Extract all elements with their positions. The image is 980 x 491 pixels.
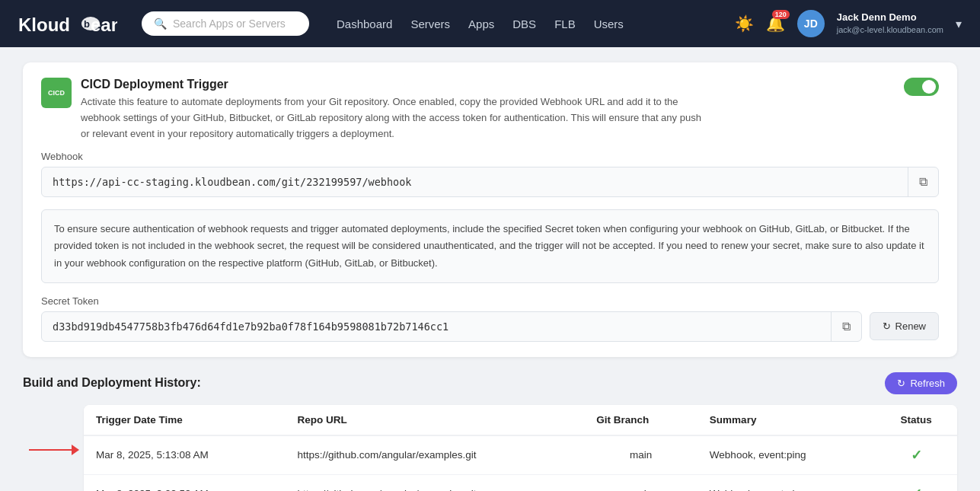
history-title: Build and Deployment History: — [23, 376, 201, 390]
table-row: Mar 8, 2025, 3:03:52 AMhttps://github.co… — [84, 474, 957, 491]
table-row: Mar 8, 2025, 5:13:08 AMhttps://github.co… — [84, 435, 957, 475]
td-summary: Webhook, event:ping — [697, 435, 875, 475]
cicd-description: Activate this feature to automate deploy… — [81, 94, 705, 142]
td-status: ✓ — [875, 474, 957, 491]
nav-links: Dashboard Servers Apps DBS FLB Users — [337, 14, 720, 33]
search-icon: 🔍 — [154, 18, 167, 30]
td-repo-url: https://github.com/angular/examples.git — [286, 474, 585, 491]
secret-copy-button[interactable]: ⧉ — [831, 312, 861, 341]
info-box: To ensure secure authentication of webho… — [41, 209, 939, 282]
nav-apps[interactable]: Apps — [468, 14, 494, 33]
history-table: Trigger Date Time Repo URL Git Branch Su… — [84, 405, 957, 491]
cicd-info: CICD Deployment Trigger Activate this fe… — [81, 78, 705, 142]
nav-servers[interactable]: Servers — [410, 14, 450, 33]
info-text: To ensure secure authentication of webho… — [54, 223, 924, 268]
th-summary: Summary — [697, 405, 875, 435]
webhook-input-row: ⧉ — [41, 167, 939, 197]
token-row: ⧉ ↻ Renew — [41, 311, 939, 342]
nav-dashboard[interactable]: Dashboard — [337, 14, 392, 33]
webhook-copy-button[interactable]: ⧉ — [908, 167, 938, 196]
secret-token-value[interactable] — [42, 313, 831, 340]
svg-text:ean: ean — [91, 14, 117, 35]
section-header: Build and Deployment History: ↻ Refresh — [23, 372, 957, 394]
th-repo-url: Repo URL — [286, 405, 585, 435]
history-table-wrapper: Trigger Date Time Repo URL Git Branch Su… — [23, 405, 957, 491]
table-body: Mar 8, 2025, 5:13:08 AMhttps://github.co… — [84, 435, 957, 491]
webhook-label: Webhook — [41, 151, 939, 162]
th-trigger-date: Trigger Date Time — [84, 405, 286, 435]
cicd-card: CICD CICD Deployment Trigger Activate th… — [23, 62, 957, 357]
nav-dbs[interactable]: DBS — [512, 14, 536, 33]
success-icon: ✓ — [911, 486, 922, 491]
cicd-title: CICD Deployment Trigger — [81, 78, 705, 91]
notifications-button[interactable]: 🔔 120 — [766, 14, 785, 33]
table-header: Trigger Date Time Repo URL Git Branch Su… — [84, 405, 957, 435]
cicd-header: CICD CICD Deployment Trigger Activate th… — [41, 78, 939, 142]
user-name: Jack Denn Demo — [837, 11, 943, 24]
refresh-icon: ↻ — [897, 378, 905, 389]
main-content: CICD CICD Deployment Trigger Activate th… — [0, 47, 980, 491]
renew-icon: ↻ — [883, 320, 891, 332]
arrow-head — [72, 445, 79, 455]
td-git-branch: main — [584, 474, 697, 491]
logo-icon: Kloud b ean — [18, 10, 117, 37]
nav-users[interactable]: Users — [594, 14, 624, 33]
search-bar[interactable]: 🔍 Search Apps or Servers — [142, 11, 309, 36]
avatar: JD — [797, 10, 825, 37]
navbar: Kloud b ean 🔍 Search Apps or Servers Das… — [0, 0, 980, 47]
theme-toggle-button[interactable]: ☀️ — [735, 14, 754, 33]
nav-right: ☀️ 🔔 120 JD Jack Denn Demo jack@c-level.… — [735, 10, 962, 37]
toggle-slider — [904, 78, 939, 96]
secret-token-field: Secret Token ⧉ ↻ Renew — [41, 295, 939, 342]
td-trigger-date: Mar 8, 2025, 3:03:52 AM — [84, 474, 286, 491]
nav-flb[interactable]: FLB — [554, 14, 576, 33]
cicd-icon: CICD — [41, 78, 72, 108]
user-email: jack@c-level.kloudbean.com — [837, 24, 943, 35]
secret-token-label: Secret Token — [41, 295, 939, 307]
secret-input-row: ⧉ — [41, 311, 862, 342]
refresh-button[interactable]: ↻ Refresh — [885, 372, 957, 394]
renew-button[interactable]: ↻ Renew — [870, 312, 939, 340]
td-git-branch: main — [584, 435, 697, 475]
td-repo-url: https://github.com/angular/examples.git — [286, 435, 585, 475]
copy-icon-secret: ⧉ — [842, 320, 851, 333]
arrow-line — [29, 449, 72, 451]
user-dropdown-icon[interactable]: ▾ — [956, 17, 962, 31]
td-status: ✓ — [875, 435, 957, 475]
svg-text:b: b — [84, 18, 90, 30]
copy-icon: ⧉ — [919, 175, 927, 189]
success-icon: ✓ — [911, 448, 922, 463]
th-git-branch: Git Branch — [584, 405, 697, 435]
user-info: Jack Denn Demo jack@c-level.kloudbean.co… — [837, 11, 943, 35]
td-summary: Webhook, event:ping — [697, 474, 875, 491]
th-status: Status — [875, 405, 957, 435]
webhook-value[interactable] — [42, 168, 908, 196]
logo[interactable]: Kloud b ean — [18, 10, 117, 37]
webhook-field: Webhook ⧉ — [41, 151, 939, 197]
td-trigger-date: Mar 8, 2025, 5:13:08 AM — [84, 435, 286, 475]
cicd-left: CICD CICD Deployment Trigger Activate th… — [41, 78, 705, 142]
arrow-indicator — [29, 445, 79, 455]
notification-badge: 120 — [772, 10, 790, 19]
cicd-toggle[interactable] — [904, 78, 939, 96]
svg-text:Kloud: Kloud — [18, 14, 70, 35]
history-section: Build and Deployment History: ↻ Refresh … — [23, 372, 957, 491]
search-placeholder: Search Apps or Servers — [173, 18, 286, 30]
